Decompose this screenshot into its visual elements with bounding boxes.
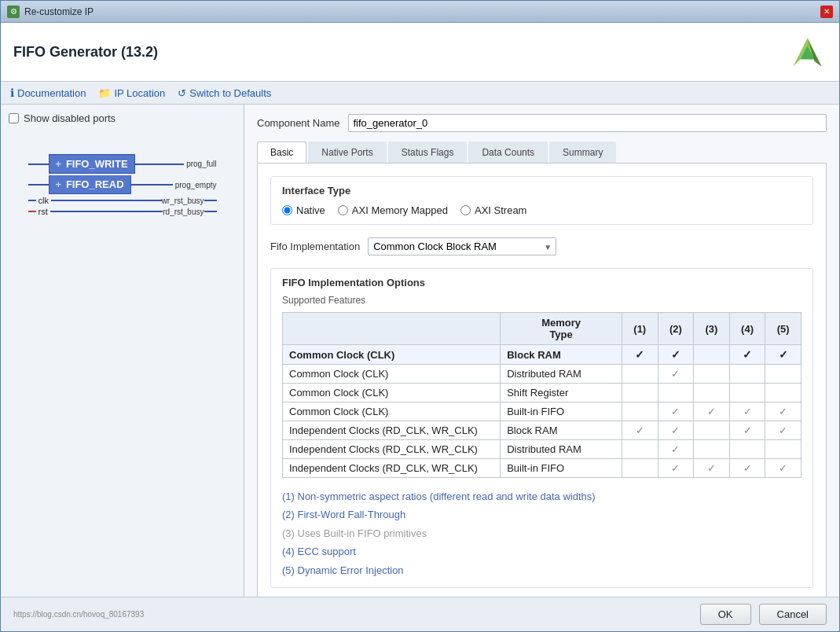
- impl-options-section: FIFO Implementation Options Supported Fe…: [270, 268, 813, 588]
- show-disabled-row: Show disabled ports: [9, 112, 236, 124]
- fifo-read-row: + FIFO_READ prog_empty: [28, 175, 217, 194]
- cell-check-1: [622, 459, 658, 478]
- footnote-item: (1) Non-symmetric aspect ratios (differe…: [282, 487, 801, 505]
- wr-rst-busy-label: wr_rst_busy: [162, 197, 204, 205]
- rst-row: rst rd_rst_busy: [28, 207, 217, 216]
- supported-features-table: MemoryType (1) (2) (3) (4) (5) Common Cl…: [282, 312, 801, 478]
- radio-native-input[interactable]: [282, 205, 292, 215]
- supported-features-title: Supported Features: [282, 295, 801, 306]
- show-disabled-checkbox[interactable]: [9, 113, 19, 123]
- switch-defaults-button[interactable]: ↺ Switch to Defaults: [178, 87, 271, 99]
- fifo-write-block: + FIFO_WRITE: [49, 154, 135, 174]
- cell-clock: Independent Clocks (RD_CLK, WR_CLK): [283, 421, 501, 440]
- cell-check-3: [694, 440, 730, 459]
- table-row: Independent Clocks (RD_CLK, WR_CLK)Block…: [283, 421, 801, 440]
- cell-check-5: ✓: [765, 345, 801, 365]
- close-button[interactable]: ✕: [820, 6, 833, 18]
- cell-clock: Independent Clocks (RD_CLK, WR_CLK): [283, 459, 501, 478]
- title-bar-text: Re-customize IP: [24, 6, 94, 17]
- title-bar: ⚙ Re-customize IP ✕: [1, 1, 839, 23]
- refresh-icon: ↺: [178, 87, 186, 99]
- cell-check-5: [765, 384, 801, 402]
- radio-axi-mm-label: AXI Memory Mapped: [352, 204, 448, 216]
- footnote-item: (2) First-Word Fall-Through: [282, 505, 801, 524]
- right-panel: Component Name Basic Native Ports Status…: [244, 105, 839, 597]
- cancel-button[interactable]: Cancel: [759, 604, 827, 625]
- cell-memory-type: Block RAM: [501, 421, 622, 440]
- rst-right-line: [204, 211, 217, 212]
- cell-check-2: ✓: [658, 365, 694, 384]
- fifo-impl-label: Fifo Implementation: [270, 241, 360, 252]
- cell-check-2: ✓: [658, 421, 694, 440]
- cell-check-1: ✓: [622, 345, 658, 365]
- component-name-input[interactable]: [348, 114, 827, 132]
- clk-label: clk: [36, 196, 51, 205]
- interface-type-label: Interface Type: [282, 185, 801, 197]
- work-area: Show disabled ports + FIFO_WRITE: [1, 105, 839, 597]
- rst-label: rst: [36, 207, 50, 216]
- rst-left-line: [28, 211, 36, 212]
- tab-native-ports[interactable]: Native Ports: [308, 141, 386, 163]
- cell-check-3: [694, 365, 730, 384]
- fifo-write-label: FIFO_WRITE: [66, 158, 128, 170]
- left-connector-2: [28, 184, 42, 186]
- table-row: Independent Clocks (RD_CLK, WR_CLK)Built…: [283, 459, 801, 478]
- folder-icon: 📁: [98, 87, 111, 99]
- info-icon: ℹ: [10, 86, 14, 99]
- footnote-item: (4) ECC support: [282, 542, 801, 560]
- cell-memory-type: Shift Register: [501, 384, 622, 402]
- impl-options-title: FIFO Implementation Options: [282, 277, 801, 288]
- table-row: Common Clock (CLK)Distributed RAM✓: [283, 365, 801, 384]
- footer-url: https://blog.csdn.cn/hovoq_80167393: [13, 610, 692, 619]
- footnote-item: (5) Dynamic Error Injection: [282, 561, 801, 579]
- cell-check-1: [622, 402, 658, 421]
- cell-memory-type: Distributed RAM: [501, 440, 622, 459]
- tab-summary[interactable]: Summary: [549, 141, 616, 163]
- footer: https://blog.csdn.cn/hovoq_80167393 OK C…: [1, 597, 839, 631]
- cell-check-4: [729, 440, 765, 459]
- tab-data-counts[interactable]: Data Counts: [468, 141, 548, 163]
- cell-check-1: ✓: [622, 421, 658, 440]
- ok-button[interactable]: OK: [700, 604, 751, 625]
- prog-full-label: prog_full: [186, 160, 216, 168]
- tab-basic[interactable]: Basic: [257, 141, 306, 163]
- clk-right-line: [204, 200, 217, 201]
- radio-axi-memory-mapped[interactable]: AXI Memory Mapped: [338, 204, 448, 216]
- ip-location-button[interactable]: 📁 IP Location: [98, 87, 165, 99]
- cell-check-3: ✓: [694, 402, 730, 421]
- left-connector-2b: [42, 184, 49, 186]
- tab-content-basic: Interface Type Native AXI Memory Mapped: [257, 164, 827, 597]
- cell-check-2: ✓: [658, 440, 694, 459]
- table-row: Common Clock (CLK)Block RAM✓✓✓✓: [283, 345, 801, 365]
- rd-rst-busy-label: rd_rst_busy: [163, 208, 204, 216]
- radio-axi-stream-label: AXI Stream: [475, 204, 526, 216]
- cell-check-3: [694, 345, 730, 365]
- component-diagram: + FIFO_WRITE prog_full +: [28, 152, 217, 218]
- documentation-button[interactable]: ℹ Documentation: [10, 86, 86, 99]
- cell-clock: Common Clock (CLK): [283, 345, 501, 365]
- prog-empty-label: prog_empty: [175, 181, 217, 189]
- right-end-write: [171, 164, 184, 165]
- plus-icon-write: +: [56, 158, 62, 170]
- left-connector-1: [28, 164, 42, 165]
- main-window: ⚙ Re-customize IP ✕ FIFO Generator (13.2…: [0, 0, 840, 632]
- cell-check-3: ✓: [694, 459, 730, 478]
- footnote-item: (3) Uses Built-in FIFO primitives: [282, 524, 801, 542]
- fifo-read-label: FIFO_READ: [66, 178, 124, 190]
- cell-check-5: [765, 365, 801, 384]
- fifo-read-block: + FIFO_READ: [49, 175, 131, 194]
- radio-axi-stream-input[interactable]: [460, 205, 471, 215]
- radio-native[interactable]: Native: [282, 204, 325, 216]
- tab-status-flags[interactable]: Status Flags: [388, 141, 468, 163]
- cell-check-2: ✓: [658, 345, 694, 365]
- clk-row: clk wr_rst_busy: [28, 196, 217, 205]
- cell-check-2: ✓: [658, 459, 694, 478]
- radio-axi-stream[interactable]: AXI Stream: [460, 204, 526, 216]
- plus-icon-read: +: [56, 178, 62, 190]
- fifo-impl-select[interactable]: Common Clock Block RAMCommon Clock Distr…: [368, 237, 556, 255]
- cell-memory-type: Built-in FIFO: [501, 459, 622, 478]
- radio-axi-mm-input[interactable]: [338, 205, 348, 215]
- cell-check-1: [622, 384, 658, 402]
- th-col5: (5): [765, 313, 801, 345]
- cell-clock: Common Clock (CLK): [283, 384, 501, 402]
